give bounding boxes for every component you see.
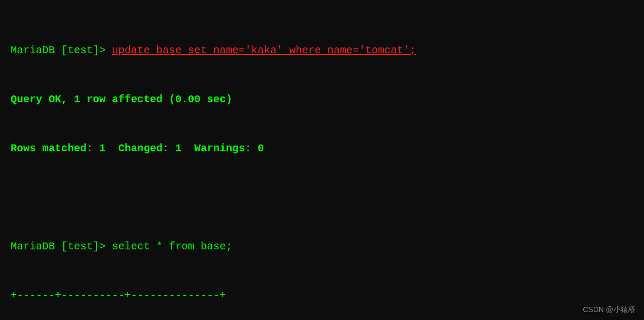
table-border-top: +------+----------+--------------+ xyxy=(11,287,633,304)
rows-matched-line: Rows matched: 1 Changed: 1 Warnings: 0 xyxy=(11,140,633,157)
terminal-output: MariaDB [test]> update base set name='ka… xyxy=(11,9,633,320)
query-ok-line: Query OK, 1 row affected (0.00 sec) xyxy=(11,91,633,108)
watermark: CSDN @小猿桥 xyxy=(583,305,636,315)
command-line-1: MariaDB [test]> update base set name='ka… xyxy=(11,42,633,59)
command-line-2: MariaDB [test]> select * from base; xyxy=(11,238,633,255)
blank-line xyxy=(11,189,633,206)
prompt-1: MariaDB [test]> xyxy=(11,44,112,56)
command-text-1: update base set name='kaka' where name='… xyxy=(112,44,416,56)
select-command: select * from base; xyxy=(112,240,232,253)
prompt-2: MariaDB [test]> xyxy=(11,240,112,253)
